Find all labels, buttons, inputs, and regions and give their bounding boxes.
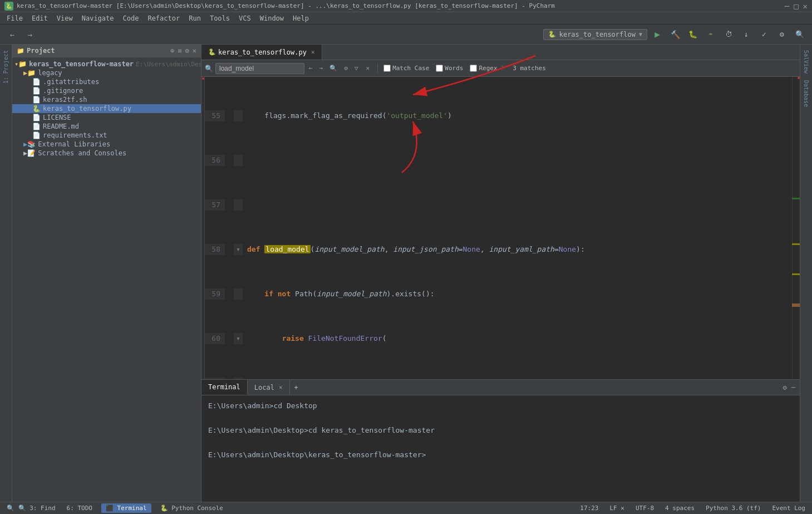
tree-item-keras-py[interactable]: 🐍 keras_to_tensorflow.py: [12, 104, 201, 113]
tree-item-scratches[interactable]: ▶📝 Scratches and Consoles: [12, 149, 201, 158]
sidebar-project-label[interactable]: 1: Project: [2, 47, 10, 87]
fold-58[interactable]: ▾: [234, 244, 243, 255]
regex-option[interactable]: Regex ?: [470, 65, 504, 72]
terminal-tab[interactable]: Terminal: [201, 380, 248, 395]
tree-gitignore-label: .gitignore: [43, 87, 83, 95]
event-log-status[interactable]: Event Log: [770, 505, 808, 512]
terminal-content[interactable]: E:\Users\admin>cd Desktop E:\Users\admin…: [201, 395, 800, 502]
vcs-commit-button[interactable]: ✓: [756, 27, 772, 42]
tree-item-keras2tf-sh[interactable]: 📄 keras2tf.sh: [12, 95, 201, 104]
search-settings-btn[interactable]: ⚙: [342, 63, 350, 73]
terminal-close-icon[interactable]: ─: [791, 384, 795, 391]
app-icon: 🐍: [4, 2, 13, 11]
tree-item-gitignore[interactable]: 📄 .gitignore: [12, 86, 201, 95]
editor-tabs: 🐍 keras_to_tensorflow.py ✕: [201, 45, 800, 60]
maximize-button[interactable]: □: [794, 2, 798, 11]
fold-56[interactable]: [234, 155, 243, 166]
python-console-status-item[interactable]: 🐍 Python Console: [158, 505, 225, 512]
project-action-collapse[interactable]: ≡: [178, 47, 181, 55]
match-case-option[interactable]: Match Case: [383, 65, 429, 72]
project-action-close[interactable]: ✕: [193, 47, 196, 55]
run-config-selector[interactable]: 🐍 keras_to_tensorflow ▼: [543, 29, 647, 40]
menu-file[interactable]: File: [2, 13, 27, 23]
database-label[interactable]: Database: [802, 77, 810, 110]
search-input-wrap[interactable]: [215, 63, 304, 74]
tree-item-legacy[interactable]: ▶📁 legacy: [12, 68, 201, 77]
terminal-icon: ⬛: [106, 505, 114, 512]
toolbar-back-btn[interactable]: ←: [4, 27, 20, 42]
search-input[interactable]: [219, 65, 286, 72]
regex-checkbox[interactable]: [470, 65, 477, 72]
search-find-btn[interactable]: 🔍: [327, 63, 339, 73]
menu-tools[interactable]: Tools: [205, 13, 234, 23]
search-next-btn[interactable]: →: [317, 63, 326, 73]
project-panel-actions[interactable]: ⊕ ≡ ⚙ ✕: [170, 47, 196, 55]
menu-code[interactable]: Code: [119, 13, 144, 23]
search-close-btn[interactable]: ✕: [364, 63, 372, 73]
match-case-checkbox[interactable]: [383, 65, 391, 72]
debug-button[interactable]: 🐛: [685, 27, 701, 42]
tree-item-gitattributes[interactable]: 📄 .gitattributes: [12, 77, 201, 86]
words-checkbox[interactable]: [436, 65, 443, 72]
profile-button[interactable]: ⏱: [721, 27, 736, 42]
menu-view[interactable]: View: [52, 13, 77, 23]
terminal-settings-icon[interactable]: ⚙: [783, 384, 787, 391]
fold-61[interactable]: [234, 378, 243, 379]
close-button[interactable]: ✕: [803, 2, 808, 11]
menu-vcs[interactable]: VCS: [234, 13, 255, 23]
menu-refactor[interactable]: Refactor: [143, 13, 184, 23]
minimize-button[interactable]: ─: [785, 2, 789, 11]
menu-window[interactable]: Window: [255, 13, 288, 23]
local-tab[interactable]: Local ✕: [248, 380, 290, 395]
window-controls[interactable]: ─ □ ✕: [785, 2, 808, 11]
fold-57[interactable]: [234, 199, 243, 211]
menu-edit[interactable]: Edit: [27, 13, 52, 23]
words-option[interactable]: Words: [436, 65, 463, 72]
tree-root[interactable]: ▾📁 keras_to_tensorflow-master E:\Users\a…: [12, 60, 201, 68]
search-icon: 🔍: [205, 65, 213, 72]
line-sep-status[interactable]: LF ✕: [607, 505, 627, 512]
project-panel: 📁 Project ⊕ ≡ ⚙ ✕ ▾📁 keras_to_tensorflow…: [12, 45, 201, 502]
vcs-update-button[interactable]: ↓: [739, 27, 754, 42]
position-status[interactable]: 17:23: [578, 505, 601, 512]
indent-status[interactable]: 4 spaces: [663, 505, 697, 512]
fold-59[interactable]: [234, 288, 243, 300]
settings-button[interactable]: ⚙: [774, 27, 790, 42]
find-status-item[interactable]: 🔍 🔍 3: Find: [4, 505, 58, 512]
tree-item-license[interactable]: 📄 LICENSE: [12, 113, 201, 122]
code-content[interactable]: 55 flags.mark_flag_as_required('output_m…: [205, 77, 792, 379]
project-action-settings[interactable]: ⚙: [185, 47, 189, 55]
tab-close-btn[interactable]: ✕: [311, 48, 315, 56]
salview-label[interactable]: SalView: [802, 47, 810, 77]
search-filter-btn[interactable]: ▽: [352, 63, 361, 73]
tree-item-requirements[interactable]: 📄 requirements.txt: [12, 131, 201, 140]
build-button[interactable]: 🔨: [667, 27, 683, 42]
code-line-59: 59 if not Path(input_model_path).exists(…: [205, 288, 792, 300]
tree-item-readme[interactable]: 📄 README.md: [12, 122, 201, 131]
search-everywhere-button[interactable]: 🔍: [792, 27, 808, 42]
editor-tab-keras-py[interactable]: 🐍 keras_to_tensorflow.py ✕: [201, 45, 322, 60]
python-version-status[interactable]: Python 3.6 (tf): [703, 505, 763, 512]
menu-run[interactable]: Run: [184, 13, 205, 23]
add-terminal-btn[interactable]: +: [290, 380, 303, 395]
fold-60[interactable]: ▾: [234, 333, 243, 344]
menu-help[interactable]: Help: [288, 13, 313, 23]
fold-55[interactable]: [234, 110, 243, 121]
toolbar-forward-btn[interactable]: →: [22, 27, 38, 42]
project-panel-title: Project: [27, 47, 170, 55]
search-prev-btn[interactable]: ←: [307, 63, 315, 73]
terminal-status-item[interactable]: ⬛ Terminal: [101, 503, 151, 513]
title-bar: 🐍 keras_to_tensorflow-master [E:\Users\a…: [0, 0, 812, 12]
search-bar: 🔍 ← → 🔍 ⚙ ▽ ✕ Match Case Words: [201, 60, 800, 77]
todo-status-item[interactable]: 6: TODO: [65, 505, 95, 512]
tree-py-label: keras_to_tensorflow.py: [43, 105, 131, 112]
project-action-expand[interactable]: ⊕: [170, 47, 174, 55]
tree-license-label: LICENSE: [43, 114, 71, 121]
run-button[interactable]: ▶: [649, 27, 665, 42]
terminal-tab-actions[interactable]: ⚙ ─: [779, 380, 800, 395]
tree-item-external-libs[interactable]: ▶📚 External Libraries: [12, 140, 201, 149]
coverage-button[interactable]: ☂: [703, 27, 719, 42]
menu-navigate[interactable]: Navigate: [77, 13, 119, 23]
local-tab-close[interactable]: ✕: [279, 384, 283, 391]
encoding-status[interactable]: UTF-8: [633, 505, 656, 512]
